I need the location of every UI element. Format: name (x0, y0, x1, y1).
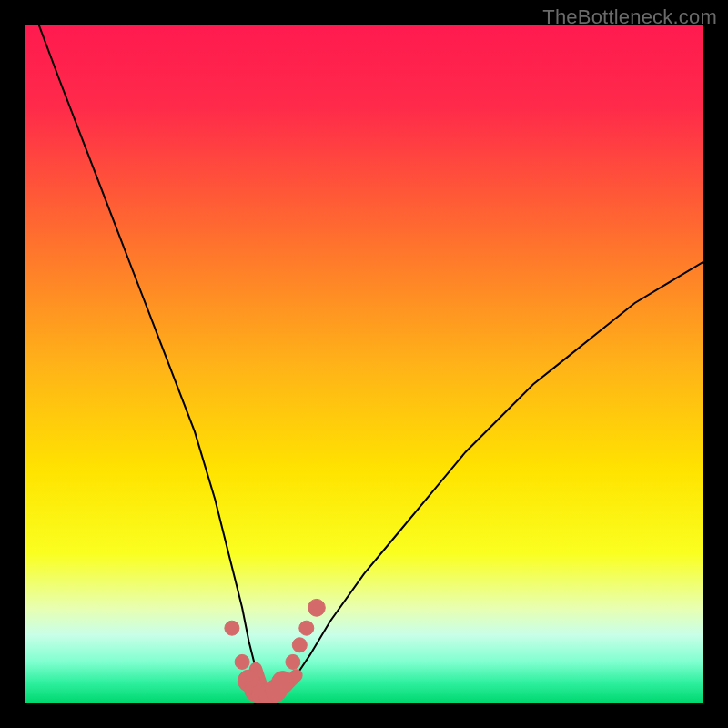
bottleneck-chart (25, 25, 703, 703)
watermark-text: TheBottleneck.com (542, 5, 717, 29)
curve-marker (308, 599, 326, 616)
curve-marker (225, 621, 239, 635)
chart-background-gradient (25, 25, 703, 703)
curve-marker (299, 621, 314, 635)
curve-marker (286, 654, 300, 669)
curve-marker (292, 638, 307, 652)
chart-frame: TheBottleneck.com (0, 0, 728, 728)
curve-marker (272, 672, 294, 693)
chart-plot-area (25, 25, 703, 703)
curve-marker (235, 654, 249, 669)
